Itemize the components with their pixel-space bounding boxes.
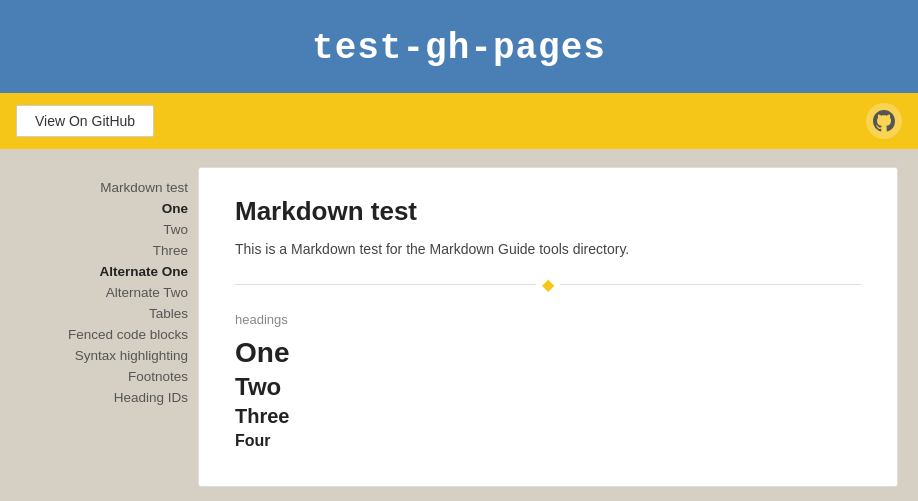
sidebar-item-one[interactable]: One — [20, 198, 198, 219]
sidebar-item-footnotes[interactable]: Footnotes — [20, 366, 198, 387]
divider-right — [560, 284, 861, 285]
sidebar-item-alternate-two[interactable]: Alternate Two — [20, 282, 198, 303]
main-layout: Markdown test One Two Three Alternate On… — [0, 149, 918, 501]
sidebar-item-tables[interactable]: Tables — [20, 303, 198, 324]
divider: ◆ — [235, 275, 861, 294]
page-header: test-gh-pages — [0, 0, 918, 93]
sidebar-item-alternate-one[interactable]: Alternate One — [20, 261, 198, 282]
site-title: test-gh-pages — [0, 28, 918, 69]
heading-three: Three — [235, 405, 861, 428]
sidebar-item-heading-ids[interactable]: Heading IDs — [20, 387, 198, 408]
sidebar-item-markdown-test[interactable]: Markdown test — [20, 177, 198, 198]
divider-left — [235, 284, 536, 285]
content-description: This is a Markdown test for the Markdown… — [235, 241, 861, 257]
sidebar-item-fenced-code-blocks[interactable]: Fenced code blocks — [20, 324, 198, 345]
section-label: headings — [235, 312, 861, 327]
heading-four: Four — [235, 432, 861, 450]
content-title: Markdown test — [235, 196, 861, 227]
sidebar-item-syntax-highlighting[interactable]: Syntax highlighting — [20, 345, 198, 366]
sidebar-item-three[interactable]: Three — [20, 240, 198, 261]
sidebar-item-two[interactable]: Two — [20, 219, 198, 240]
github-icon — [866, 103, 902, 139]
toolbar: View On GitHub — [0, 93, 918, 149]
heading-two: Two — [235, 373, 861, 401]
view-on-github-button[interactable]: View On GitHub — [16, 105, 154, 137]
content-area: Markdown test This is a Markdown test fo… — [198, 167, 898, 487]
sidebar: Markdown test One Two Three Alternate On… — [20, 167, 198, 487]
heading-one: One — [235, 337, 861, 369]
divider-diamond-icon: ◆ — [542, 275, 554, 294]
